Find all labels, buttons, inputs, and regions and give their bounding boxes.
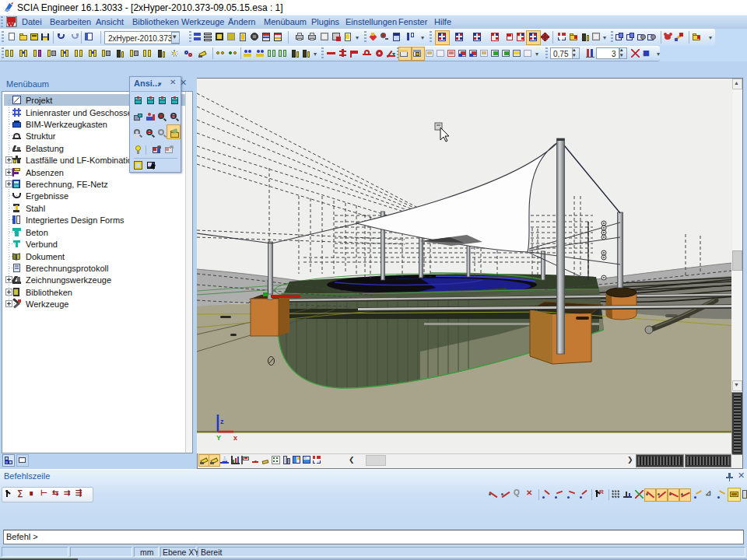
svg-text:Y: Y [216,434,221,442]
svg-text:x: x [233,434,237,442]
svg-text:z: z [220,418,224,425]
